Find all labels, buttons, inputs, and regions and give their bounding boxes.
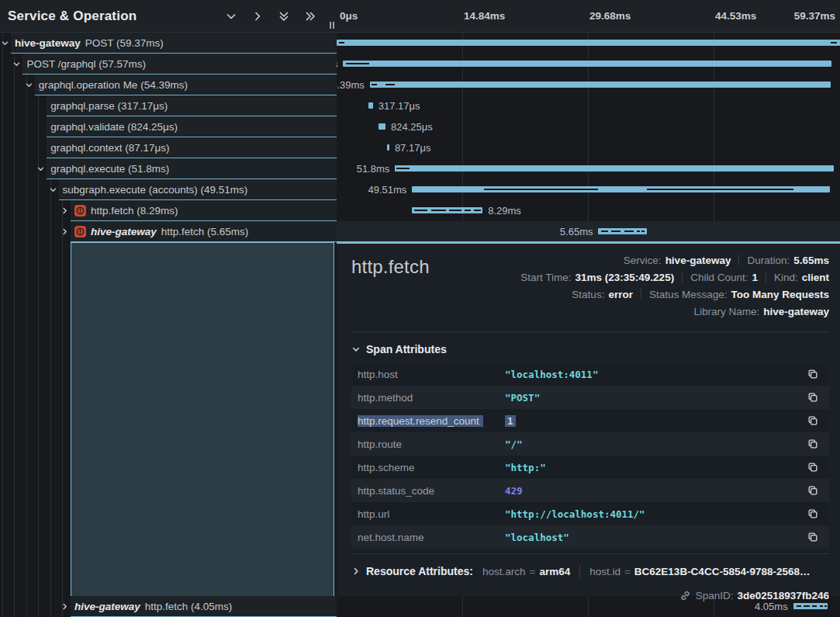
tree-row[interactable]: graphql.operation Me (54.39ms): [0, 75, 337, 95]
child-span-mark: [611, 231, 620, 232]
tree-row[interactable]: graphql.validate (824.25μs): [0, 116, 337, 137]
child-span-mark: [647, 189, 793, 190]
chevron-right-icon: [251, 10, 264, 23]
meta-value: hive-gateway: [665, 255, 731, 266]
span-label: http.fetch (4.05ms): [145, 601, 233, 612]
span-bar[interactable]: [370, 81, 831, 88]
copy-button[interactable]: [806, 437, 820, 451]
tree-row[interactable]: graphql.parse (317.17μs): [0, 95, 337, 116]
copy-button[interactable]: [806, 507, 820, 521]
meta-value: error: [608, 289, 633, 300]
child-span-mark: [831, 42, 837, 43]
attribute-row[interactable]: http.route"/": [351, 432, 829, 456]
expand-arrow-icon[interactable]: [60, 200, 70, 221]
attribute-key[interactable]: http.scheme: [358, 462, 505, 473]
meta-label: Kind:: [774, 272, 798, 283]
span-bar[interactable]: [395, 165, 834, 172]
tree-row[interactable]: hive-gatewayhttp.fetch (5.65ms): [0, 221, 337, 242]
timeline-row: 59.37ms: [337, 33, 840, 54]
copy-button[interactable]: [806, 390, 820, 404]
meta-value: 31ms (23:35:49.225): [576, 272, 675, 283]
tree-row-content: graphql.validate (824.25μs): [47, 116, 337, 137]
attribute-row[interactable]: http.url"http://localhost:4011/": [351, 502, 829, 525]
collapse-arrow-icon[interactable]: [12, 54, 22, 75]
attribute-key[interactable]: http.status_code: [358, 485, 505, 497]
attribute-value[interactable]: "http:": [505, 462, 806, 473]
collapse-arrow-icon[interactable]: [0, 33, 10, 54]
section-title: Resource Attributes:: [366, 565, 473, 577]
attribute-row[interactable]: http.status_code429: [351, 479, 829, 502]
expand-arrow-icon[interactable]: [60, 221, 70, 242]
tree-row[interactable]: POST /graphql (57.57ms): [0, 54, 337, 75]
attribute-key[interactable]: net.host.name: [358, 532, 505, 543]
chevron-right-icon: [351, 567, 361, 576]
tree-row[interactable]: http.fetch (8.29ms): [0, 200, 337, 221]
copy-button[interactable]: [806, 484, 820, 497]
equals-sign: =: [624, 566, 631, 577]
meta-label: Child Count:: [690, 272, 748, 283]
copy-button[interactable]: [806, 460, 820, 474]
span-label: POST /graphql (57.57ms): [26, 58, 146, 70]
span-attributes-table: http.host"localhost:4011"http.method"POS…: [351, 362, 829, 549]
attribute-key[interactable]: http.request.resend_count: [358, 415, 505, 427]
attribute-row[interactable]: net.host.name"localhost": [351, 525, 829, 549]
collapse-arrow-icon[interactable]: [36, 158, 46, 179]
copy-button[interactable]: [806, 414, 820, 428]
divider: [766, 272, 766, 283]
span-bar[interactable]: [337, 40, 840, 46]
span-bar[interactable]: [598, 228, 646, 234]
tree-row[interactable]: subgraph.execute (accounts) (49.51ms): [0, 179, 337, 200]
chevron-down-button[interactable]: [224, 10, 237, 23]
collapse-arrow-icon[interactable]: [24, 75, 34, 95]
expand-arrow-icon[interactable]: [60, 596, 70, 617]
child-span-mark: [601, 231, 608, 232]
attribute-value[interactable]: "http://localhost:4011/": [505, 508, 806, 520]
attribute-row[interactable]: http.host"localhost:4011": [351, 362, 829, 386]
span-bar[interactable]: [379, 123, 385, 130]
child-span-mark: [414, 210, 428, 211]
attribute-row[interactable]: http.method"POST": [351, 386, 829, 409]
collapse-arrow-icon[interactable]: [48, 179, 58, 200]
timeline-row: 54.39ms: [337, 75, 840, 95]
span-attributes-header[interactable]: Span Attributes: [351, 343, 829, 355]
span-bar[interactable]: [343, 61, 831, 67]
attribute-value[interactable]: 1: [505, 415, 806, 427]
span-bar[interactable]: [412, 207, 482, 213]
chevron-right-button[interactable]: [251, 10, 264, 23]
resource-attributes-row[interactable]: Resource Attributes: host.arch=arm64host…: [351, 559, 829, 584]
attribute-row[interactable]: http.request.resend_count1: [351, 409, 829, 432]
time-tick-label: 29.68ms: [589, 0, 631, 33]
span-bar[interactable]: [412, 186, 830, 192]
double-chevron-down-button[interactable]: [277, 10, 290, 23]
meta-value: client: [802, 272, 829, 283]
span-bar[interactable]: [368, 102, 373, 109]
attribute-row[interactable]: http.scheme"http:": [351, 456, 829, 479]
selected-span-expanded-area[interactable]: [71, 242, 334, 596]
span-label: http.fetch (8.29ms): [91, 205, 178, 217]
tree-row-content: graphql.execute (51.8ms): [47, 158, 337, 179]
link-icon[interactable]: [679, 590, 691, 601]
attribute-value[interactable]: 429: [505, 485, 806, 497]
attribute-value[interactable]: "POST": [505, 392, 806, 404]
panel-resize-handle[interactable]: [330, 22, 334, 29]
span-bar[interactable]: [387, 144, 389, 151]
double-chevron-right-button[interactable]: [303, 10, 316, 23]
child-span-mark: [346, 63, 369, 64]
copy-icon: [807, 415, 818, 426]
meta-value: Too Many Requests: [731, 289, 829, 300]
attribute-key[interactable]: http.route: [358, 438, 505, 450]
copy-button[interactable]: [806, 530, 820, 544]
tree-row[interactable]: graphql.context (87.17μs): [0, 137, 337, 158]
attribute-value[interactable]: "localhost:4011": [505, 369, 806, 380]
attribute-key[interactable]: http.method: [358, 392, 505, 404]
copy-button[interactable]: [806, 367, 820, 381]
attribute-key[interactable]: http.url: [358, 508, 505, 520]
attribute-key[interactable]: http.host: [358, 369, 505, 380]
tree-row[interactable]: graphql.execute (51.8ms): [0, 158, 337, 179]
attribute-value[interactable]: "/": [505, 438, 806, 450]
tree-row[interactable]: hive-gatewayhttp.fetch (4.05ms): [0, 596, 337, 617]
copy-icon: [807, 438, 818, 449]
attribute-value[interactable]: "localhost": [505, 532, 806, 543]
tree-row[interactable]: hive-gatewayPOST (59.37ms): [0, 33, 337, 54]
double-chevron-right-icon: [304, 10, 316, 23]
